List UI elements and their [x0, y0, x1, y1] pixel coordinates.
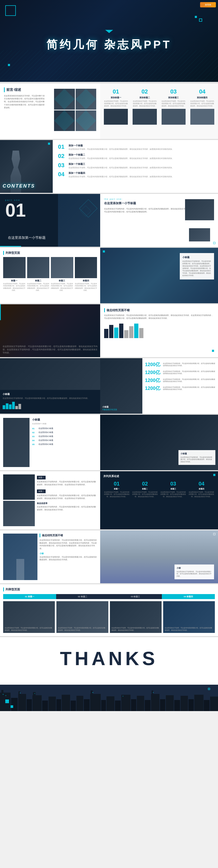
rel-title-3: 标题三	[160, 488, 187, 490]
numbered-list-item: 04 在这里添加小标题	[32, 439, 97, 442]
deco-teal-sq	[103, 250, 105, 252]
numbered-list-title: 小标题	[32, 418, 97, 422]
svg-rect-35	[5, 695, 6, 696]
feature-tag-2: 标题二	[37, 490, 46, 493]
city-box-title: 小标题	[182, 256, 211, 259]
svg-rect-39	[122, 696, 123, 696]
rel-num-4: 04	[188, 481, 215, 487]
bcontent-1-text: 在这里添加文字说明，可以是对内容的简要介绍，也可以是相关的数据说明，请在此处添加…	[5, 627, 53, 631]
stat-row-3: 1200亿 在这里添加文字说明内容，可以是对内容的简要介绍，也可以是相关的数据说…	[145, 377, 215, 383]
num-badge: 02	[32, 431, 37, 434]
feature-body-1: 在这里添加文字说明内容，可以是对内容的简要介绍，也可以是相关的数据说明，请在此处…	[37, 480, 97, 486]
list-card-desc-3: 在这里添加文字说明，可以是对内容的简要介绍，也可以是相关的数据说明，请在此处添加…	[51, 283, 73, 291]
rel-desc-3: 在这里添加文字说明，可以是对内容的简要介绍，也可以是相关的数据说明，请在此处添加…	[160, 491, 187, 498]
feature-body-3: 在这里添加文字说明内容，可以是对内容的简要介绍，也可以是相关的数据说明，请在此处…	[37, 505, 97, 511]
part-num-display: 01	[5, 201, 26, 219]
thanks-deco-outline-sq	[208, 688, 210, 690]
svg-rect-10	[57, 699, 61, 711]
part-one-bg-img	[58, 194, 100, 247]
stairs-box-title: 小标题	[181, 452, 213, 455]
list-card-desc-2: 在这里添加文字说明，可以是对内容的简要介绍，也可以是相关的数据说明，请在此处添加…	[27, 283, 49, 291]
stat-num-1: 1200亿	[145, 361, 161, 368]
rel-num-2: 02	[132, 481, 158, 487]
stat-row-4: 1200亿 在这里添加文字说明内容，可以是对内容的简要介绍，也可以是相关的数据说…	[145, 385, 215, 392]
bar-1	[104, 329, 108, 338]
relation-title: 并列关系论述	[103, 474, 215, 478]
tab-num-3: 03	[161, 88, 186, 95]
stat-num-3: 1200亿	[145, 377, 161, 383]
num-badge: 03	[32, 435, 37, 438]
final-summary-body: 在这里添加文字说明内容，可以是对内容的简要介绍，也可以是相关的数据说明，请在此处…	[40, 539, 97, 550]
svg-rect-33	[210, 696, 218, 711]
summary-title: 做总结性页面不错	[104, 308, 214, 312]
toc-item: 02 添加一个标题二 在这里添加文字说明，可以是对内容的简要介绍，也可以是相关数…	[58, 153, 213, 160]
small-title-label: 小标题	[3, 393, 98, 396]
rel-num-1: 01	[103, 481, 130, 487]
stat-desc-4: 在这里添加文字说明内容，可以是对内容的简要介绍，也可以是相关的数据说明请在此处添…	[163, 386, 215, 391]
sub-photo-2	[189, 228, 210, 242]
svg-rect-2	[11, 698, 17, 711]
outline-sq-deco	[213, 242, 215, 244]
stat-num-2: 1200亿	[145, 369, 161, 376]
rel-title-1: 标题一	[103, 488, 130, 490]
svg-rect-1	[1, 690, 3, 694]
feature-block-3: 标品信息等 在这里添加文字说明内容，可以是对内容的简要介绍，也可以是相关的数据说…	[37, 502, 97, 511]
bottom-tab-bar: 01 标题一 02 标题二 03 标题三 04 标题四	[3, 594, 215, 599]
numbered-list-item: 05 在这里添加小标题	[32, 443, 97, 445]
final-summary-sub: 小标 在这里添加文字说明内容，可以是对内容的简要介绍，也可以是相关的数据说明，请…	[40, 552, 97, 561]
num-badge: 04	[32, 439, 37, 442]
svg-rect-13	[76, 696, 83, 711]
list-img-2	[27, 257, 49, 278]
list-items-row: 标题一 在这里添加文字说明，可以是对内容的简要介绍，也可以是相关的数据说明，请在…	[3, 257, 97, 291]
bar-2	[109, 325, 113, 338]
numbered-items-list: 01 在这里添加小标题 02 在这里添加小标题 03 在这里添加小标题 04 在…	[32, 427, 97, 445]
stairs-box-desc: 在这里添加文字说明内容，可以是对内容的简要介绍，也可以是相关的数据说明，请在此处…	[181, 456, 213, 463]
stat-row-1: 1200亿 在这里添加文字说明内容，可以是对内容的简要介绍，也可以是相关的数据说…	[145, 361, 215, 368]
stat-desc-3: 在这里添加文字说明内容，可以是对内容的简要介绍，也可以是相关的数据说明请在此处添…	[163, 378, 215, 383]
svg-rect-28	[174, 700, 180, 711]
slide-stairs-right: 小标题 在这里添加文字说明内容，可以是对内容的简要介绍，也可以是相关的数据说明，…	[100, 415, 218, 470]
contents-label: CONTENTS	[3, 183, 35, 189]
tab-title-4: 添加标题四	[190, 96, 214, 99]
svg-rect-14	[84, 699, 89, 711]
part-label-area: part one 01	[5, 199, 26, 219]
thanks-deco-sq-1	[5, 700, 9, 703]
part-title: 在这里添加第一小节标题	[8, 235, 46, 240]
mini-bar-5	[15, 406, 18, 409]
tab-item-3: 03 添加标题三 在这里添加文字说明，可以是对内容的简要介绍，也可以是相关的数据…	[160, 87, 187, 136]
logo-text: 澳秀网	[205, 3, 211, 6]
num-item-title: 在这里添加小标题	[38, 439, 53, 442]
logo-badge: 澳秀网	[200, 2, 216, 7]
svg-rect-8	[42, 701, 48, 711]
slide-preface-left: 前言·综述 在这里添加前言综述的文字内容，可以是对整个演示文稿内容的简要介绍，也…	[0, 84, 100, 139]
slide-preface-right: 01 添加标题一 在这里添加文字说明，可以是对内容的简要介绍，也可以是相关的数据…	[100, 84, 218, 139]
clouds-box-title: 小标	[177, 567, 212, 569]
btab-2: 02 标题二	[56, 594, 109, 599]
slide-smalltitle-left: 小标题 在这里添加文字说明内容，可以是对内容的简要介绍，也可以是相关的数据说明，…	[0, 358, 100, 414]
list-card-3: 标题三 在这里添加文字说明，可以是对内容的简要介绍，也可以是相关的数据说明，请在…	[51, 257, 73, 291]
photo-cell-1	[54, 89, 75, 110]
svg-rect-37	[34, 693, 35, 694]
data-sub-label: 列数据展示性页面	[102, 408, 140, 411]
slide-finalsummary-left: 做总结性页面不错 在这里添加文字说明内容，可以是对内容的简要介绍，也可以是相关的…	[0, 530, 100, 583]
slide-guitar-row: 在这里添加文字说明内容，可以是对内容的简要介绍，也可以是相关的数据说明，请在此处…	[0, 304, 218, 357]
toc-body: 添加一个标题四 在这里添加文字说明，可以是对内容的简要介绍，也可以是相关数据说明…	[69, 172, 213, 178]
slide-numbered-row: 小标题 在这里添加个小标题 01 在这里添加小标题 02 在这里添加小标题 03…	[0, 415, 218, 470]
bar-6	[129, 326, 133, 338]
rel-item-4: 04 标题四 在这里添加文字说明，可以是对内容的简要介绍，也可以是相关的数据说明…	[188, 481, 215, 498]
slide-feature-left: 标题一 在这里添加文字说明内容，可以是对内容的简要介绍，也可以是相关的数据说明，…	[0, 471, 100, 529]
guitar-text-area: 在这里添加文字说明内容，可以是对内容的简要介绍，也可以是相关的数据说明，请在此处…	[3, 345, 98, 354]
slide-part-one-row: part one 01 在这里添加第一小节标题 the part one: 在这…	[0, 194, 218, 247]
btab-1: 01 标题一	[3, 594, 56, 599]
list-card-title-1: 标题一	[3, 279, 26, 282]
toc-title: 添加一个标题四	[69, 172, 213, 175]
summary-left-content: 做总结性页面不错 在这里添加文字说明内容，可以是对内容的简要介绍，也可以是相关的…	[40, 534, 97, 580]
city-info-box: 小标题 在这里添加文字说明内容，可以是对内容的简要介绍，也可以是相关的数据说明，…	[180, 253, 214, 279]
toc-list: 01 添加一个标题 在这里添加文字说明，可以是对内容的简要介绍，也可以是相关数据…	[58, 144, 213, 178]
rel-title-4: 标题四	[188, 488, 215, 490]
list-card-title-2: 标题二	[27, 279, 49, 282]
thanks-deco-sq-2	[10, 705, 13, 708]
feature-block-1: 标题一 在这里添加文字说明内容，可以是对内容的简要介绍，也可以是相关的数据说明，…	[37, 474, 97, 486]
bcontent-4-desc: 在这里添加文字说明，可以是对内容的简要介绍，也可以是相关的数据说明，请在此处添加…	[165, 627, 213, 631]
bottom-content-row: 在这里添加文字说明，可以是对内容的简要介绍，也可以是相关的数据说明，请在此处添加…	[3, 601, 215, 633]
